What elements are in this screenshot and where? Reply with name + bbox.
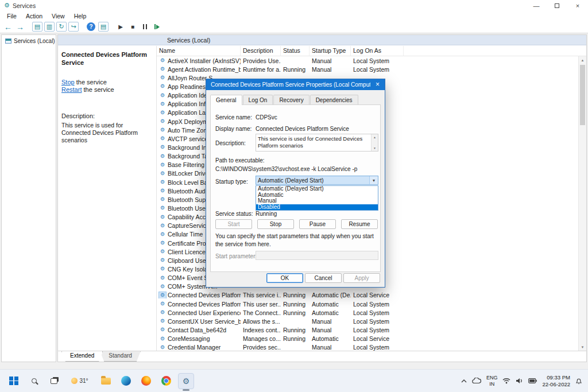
table-row[interactable]: ⚙ Credential Manager Provides sec... Man… (157, 343, 578, 351)
footer-tab-strip: Extended Standard (58, 351, 586, 362)
edge-icon (121, 376, 131, 386)
tray-chevron-up-icon[interactable] (461, 379, 467, 383)
stop-service-icon[interactable]: ■ (127, 22, 138, 32)
dropdown-option[interactable]: Automatic (Delayed Start) (256, 186, 378, 192)
clock[interactable]: 09:33 PM 22-06-2022 (542, 374, 570, 387)
table-row[interactable]: ⚙ CoreMessaging Manages co... Running Au… (157, 335, 578, 343)
dialog-titlebar[interactable]: Connected Devices Platform Service Prope… (206, 79, 385, 90)
start-button[interactable] (6, 373, 22, 389)
close-button[interactable]: × (567, 0, 588, 11)
service-gear-icon: ⚙ (159, 127, 166, 133)
service-gear-icon: ⚙ (159, 144, 166, 150)
footer-tab[interactable]: Extended (61, 351, 103, 362)
dropdown-option[interactable]: Automatic (256, 192, 378, 199)
language-indicator[interactable]: ENG IN (486, 375, 498, 387)
dialog-tab[interactable]: General (210, 95, 242, 105)
pause-service-icon[interactable] (140, 22, 150, 32)
cancel-button[interactable]: Cancel (305, 273, 342, 283)
scroll-up-icon[interactable]: ▲ (579, 56, 586, 64)
refresh-icon[interactable]: ↻ (56, 22, 67, 32)
startup-type-combobox[interactable]: Automatic (Delayed Start) ▾ (256, 176, 378, 185)
menu-item[interactable]: File (2, 12, 21, 20)
menu-item[interactable]: Help (69, 12, 91, 20)
start-service-icon[interactable]: ▶ (115, 22, 126, 32)
stop-service-link[interactable]: Stop (61, 79, 75, 86)
column-header-status[interactable]: Status (281, 46, 310, 56)
wifi-icon[interactable] (502, 378, 510, 384)
dropdown-option[interactable]: Manual (256, 198, 378, 204)
maximize-button[interactable] (547, 0, 567, 11)
service-gear-icon: ⚙ (159, 275, 166, 281)
table-row[interactable]: ⚙ Connected User Experiences ... The Con… (157, 308, 578, 317)
scroll-up-icon[interactable]: ▲ (373, 135, 376, 139)
textarea-scrollbar[interactable]: ▲ ▼ (371, 134, 378, 151)
general-tab-page: Service name: CDPSvc Display name: Conne… (210, 104, 381, 272)
service-gear-icon: ⚙ (159, 75, 166, 81)
vertical-scrollbar[interactable]: ▲ ▼ (578, 56, 586, 351)
scrollbar-thumb[interactable] (580, 65, 585, 125)
cell-startup-type: Automatic (De... (310, 292, 351, 298)
firefox-browser-button[interactable] (138, 373, 154, 389)
scroll-down-icon[interactable]: ▼ (579, 343, 586, 351)
help-icon[interactable]: ? (87, 22, 95, 31)
service-control-button[interactable]: Pause (299, 219, 336, 229)
edge-browser-button[interactable] (118, 373, 134, 389)
weather-widget[interactable]: 31° (66, 373, 94, 389)
show-tree-icon[interactable]: ▤ (32, 22, 42, 32)
file-explorer-button[interactable] (98, 373, 114, 389)
cell-service-name: App Readiness (168, 83, 208, 90)
cell-service-name: ActiveX Installer (AxInstSV) (168, 57, 241, 64)
window-new-icon[interactable]: ▤ (98, 22, 109, 32)
back-icon[interactable]: ← (3, 22, 13, 32)
ok-button[interactable]: OK (266, 273, 303, 283)
window-titlebar[interactable]: ⚙ Services — × (0, 0, 588, 11)
service-control-button[interactable]: Resume (341, 219, 378, 229)
table-row[interactable]: ⚙ ConsentUX User Service_be6... Allows t… (157, 317, 578, 325)
battery-icon[interactable] (528, 378, 537, 383)
dialog-tab[interactable]: Recovery (273, 95, 309, 105)
footer-tab[interactable]: Standard (100, 351, 141, 362)
table-row[interactable]: ⚙ Contact Data_be642d Indexes cont... Ru… (157, 325, 578, 334)
menu-item[interactable]: Action (21, 12, 47, 20)
column-header-log-on-as[interactable]: Log On As (351, 46, 404, 56)
volume-icon[interactable] (516, 378, 523, 384)
task-view-button[interactable] (46, 373, 62, 389)
dialog-tab[interactable]: Log On (243, 95, 273, 105)
column-header-name[interactable]: Name (157, 46, 241, 56)
dialog-tab[interactable]: Dependencies (310, 95, 358, 105)
table-row[interactable]: ⚙ ActiveX Installer (AxInstSV) Provides … (157, 56, 578, 65)
service-gear-icon: ⚙ (159, 318, 166, 324)
column-header-filler (404, 46, 586, 56)
service-control-button[interactable]: Start (215, 219, 252, 229)
scroll-down-icon[interactable]: ▼ (373, 146, 376, 150)
column-header-startup-type[interactable]: Startup Type (310, 46, 351, 56)
forward-icon[interactable]: → (15, 22, 25, 32)
table-row[interactable]: ⚙ Agent Activation Runtime_b... Runtime … (157, 65, 578, 73)
dropdown-option[interactable]: Disabled (256, 204, 378, 211)
startup-type-dropdown: Automatic (Delayed Start) Automatic Manu… (256, 185, 378, 211)
column-header-description[interactable]: Description (241, 46, 281, 56)
restart-service-link[interactable]: Restart (61, 86, 82, 93)
services-taskbar-button[interactable]: ⚙ (178, 373, 194, 389)
chevron-down-icon[interactable]: ▾ (369, 176, 378, 184)
notification-bell-icon[interactable] (575, 377, 582, 385)
apply-button[interactable]: Apply (343, 273, 380, 283)
table-row[interactable]: ⚙ Connected Devices Platform ... This se… (157, 291, 578, 300)
menu-item[interactable]: View (47, 12, 69, 20)
table-row[interactable]: ⚙ Connected Devices Platform ... This us… (157, 300, 578, 308)
cell-startup-type: Automatic (310, 301, 351, 308)
tree-item-services-local[interactable]: Services (Local) (2, 35, 56, 44)
search-button[interactable] (26, 373, 42, 389)
dialog-tab-strip: General Log On Recovery Dependencies (210, 95, 359, 105)
onedrive-cloud-icon[interactable] (472, 378, 481, 384)
selected-service-title: Connected Devices Platform Service (61, 51, 150, 67)
description-textarea[interactable]: This service is used for Connected Devic… (256, 134, 378, 152)
minimize-button[interactable]: — (526, 0, 547, 11)
chrome-browser-button[interactable] (158, 373, 174, 389)
restart-service-icon[interactable] (152, 22, 162, 32)
dialog-close-icon[interactable]: × (370, 79, 385, 90)
properties-icon[interactable]: ▥ (44, 22, 55, 32)
service-control-button[interactable]: Stop (257, 219, 294, 229)
export-list-icon[interactable]: ↪ (68, 22, 79, 32)
cell-service-name: Connected Devices Platform ... (168, 292, 241, 298)
